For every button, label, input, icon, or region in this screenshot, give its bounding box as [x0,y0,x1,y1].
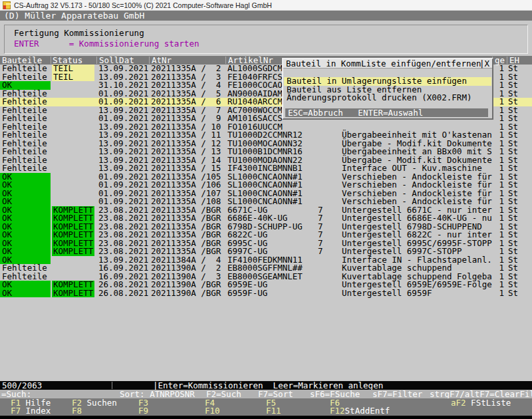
fkey-label: F7 [11,406,21,416]
info-panel: Fertigung Kommissionierung ENTER = Kommi… [4,25,528,54]
column-separator [225,57,226,64]
cell-status [52,164,94,173]
cell-artikelnr: 6959F-UG [227,289,267,298]
table-row[interactable]: OKKOMPLETT26.08.202120211390A /BGR6959F-… [0,289,532,298]
fkey-label: F10 [205,406,220,416]
app-window: CS-Auftrag 32 V5.173 - 50/180 Sc=100% (C… [0,0,532,419]
fkey-f7[interactable]: F7 Index [11,407,51,416]
cell-menge: 1 [493,289,504,298]
dialog-footer-hint: ESC=Abbruch ENTER=Auswahl [285,108,488,117]
cell-status [52,181,94,190]
fkey-f12[interactable]: F12StAddEntf [330,407,390,416]
cell-description: Untergestell 6959F [342,289,432,298]
cell-status [52,256,94,265]
bottom-bar [0,416,532,419]
fkey-af2[interactable]: aF2 FStListe [451,399,511,408]
fkey-action: FStListe [466,398,511,408]
cell-status [52,264,94,273]
fkey-label: F11 [266,406,281,416]
cell-solldat: 26.08.2021 [98,289,148,298]
window-titlebar: CS-Auftrag 32 V5.173 - 50/180 Sc=100% (C… [0,0,532,11]
sortbar-segment: sF7=Filter [372,390,422,398]
fkey-f8[interactable]: F8 [72,407,82,416]
cell-status [52,98,94,106]
fkey-action: Index [21,406,51,416]
dialog-menu: Bauteil in Umlagerungsliste einfügenBaut… [283,77,492,102]
enter-hint: ENTER = Kommissionierung starten [14,39,199,49]
window-title: CS-Auftrag 32 V5.173 - 50/180 Sc=100% (C… [14,1,272,9]
cell-status [52,81,94,90]
fkey-row-2: F7 IndexF8F9F10F11F12StAddEntf [0,407,532,416]
cell-status [52,90,94,98]
cell-status [52,123,94,132]
fkey-label: F9 [138,406,148,416]
dialog-titlebar: Bauteil in KommListe einfügen/entfernen … [283,59,492,69]
cell-status [52,140,94,148]
cell-status [52,173,94,182]
company-bar: (D) Müller Apparatebau GmbH [0,11,532,21]
fkey-f11[interactable]: F11 [266,407,281,416]
cell-status [52,114,94,123]
dialog-komm-liste: Bauteil in KommListe einfügen/entfernen … [282,58,493,120]
cell-quantity: 7 [318,247,323,256]
cell-status [52,106,94,115]
fkey-f9[interactable]: F9 [138,407,148,416]
function-key-bar: F1 HilfeF2 SuchenF3F4F5F6aF2 FStListe F7… [0,398,532,416]
dialog-menu-item[interactable]: Änderungsprotokoll drucken (X002.FRM) [284,94,491,102]
dialog-title: Bauteil in KommListe einfügen/entfernen [286,59,481,69]
column-separator [96,57,97,64]
fkey-action: StAddEntf [345,406,390,416]
dialog-close-button[interactable]: |X [479,59,489,69]
cell-einheit: St [508,289,518,298]
column-separator [507,57,507,64]
app-icon [3,1,11,9]
screen-title: Fertigung Kommissionierung [14,28,144,38]
fkey-label: aF2 [451,398,466,408]
fkey-f10[interactable]: F10 [205,407,220,416]
fkey-label: F12 [330,406,345,416]
column-separator [51,57,51,64]
cell-status [52,156,94,165]
cell-bauteile: OK [0,289,51,298]
cell-status: TEIL [52,73,94,82]
cell-status: KOMPLETT [52,289,94,298]
sortbar-segment: Sort: ATNRPOSNR [120,390,195,398]
fkey-label: F8 [72,406,82,416]
cell-atnr: 20211390A /BGR [151,289,221,298]
cell-status [52,190,94,198]
cell-status [52,148,94,156]
cell-status: KOMPLETT [52,247,94,256]
fkey-action: Suchen [82,398,117,408]
cell-status [52,131,94,140]
status-divider [112,382,112,389]
column-separator [149,57,150,64]
